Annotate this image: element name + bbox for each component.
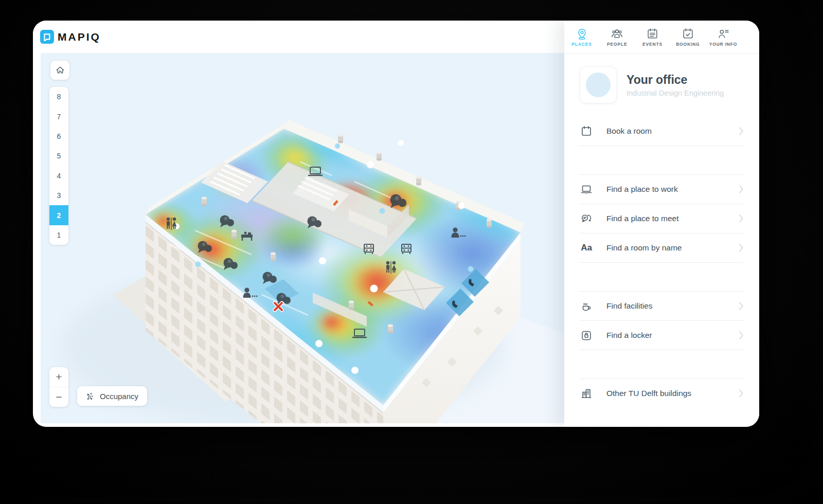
chat-bubbles-icon [580, 212, 593, 225]
menu-item-find-room-by-name[interactable]: Aa Find a room by name [580, 233, 744, 262]
menu-item-find-a-locker[interactable]: Find a locker [580, 321, 744, 350]
tab-your-info[interactable]: YOUR INFO [708, 27, 739, 47]
lock-icon [580, 329, 593, 341]
tab-booking[interactable]: BOOKING [672, 27, 703, 47]
menu-item-other-tu-delft-buildings[interactable]: Other TU Delft buildings [580, 379, 744, 408]
office-title: Your office [627, 73, 724, 87]
calendar-lines-icon [646, 27, 659, 40]
person-list-icon [717, 27, 730, 40]
menu-item-book-a-room[interactable]: Book a room [580, 117, 744, 146]
coffee-icon [580, 300, 593, 312]
tab-label: YOUR INFO [709, 42, 737, 47]
tab-people[interactable]: PEOPLE [602, 27, 633, 47]
nav-tabs: PLACES PEOPLE EVENTS [564, 21, 759, 53]
calendar-icon [580, 125, 593, 137]
laptop-icon [580, 183, 593, 195]
tab-label: PEOPLE [607, 42, 627, 47]
buildings-icon [580, 387, 593, 400]
chevron-right-icon [739, 302, 744, 310]
floor-button-4[interactable]: 4 [49, 166, 68, 186]
home-button[interactable] [50, 61, 69, 80]
floor-button-7[interactable]: 7 [49, 106, 68, 126]
app-window: MAPIQ [33, 21, 759, 427]
chevron-right-icon [739, 244, 744, 252]
your-office-card[interactable]: Your office Industrial Design Engineerin… [580, 66, 744, 103]
places-menu: Book a room Find a place to work [580, 117, 744, 408]
calendar-check-icon [682, 27, 694, 40]
brand-name: MAPIQ [58, 31, 101, 43]
menu-item-find-place-to-meet[interactable]: Find a place to meet [580, 204, 744, 233]
floor-button-1[interactable]: 1 [49, 225, 68, 245]
unavailable-x-marker [275, 303, 282, 310]
tab-label: EVENTS [642, 42, 663, 47]
people-icon [611, 27, 623, 40]
floor-button-2-selected[interactable]: 2 [49, 205, 68, 225]
tab-places[interactable]: PLACES [566, 27, 597, 47]
top-bar: MAPIQ [33, 21, 564, 53]
occupancy-dots-icon [86, 392, 95, 401]
mapiq-logo: MAPIQ [40, 30, 101, 44]
zoom-in-button[interactable]: + [49, 367, 68, 387]
map-zoom-control: + − [49, 367, 68, 407]
tab-events[interactable]: EVENTS [637, 27, 668, 47]
building-heatmap-illustration[interactable] [41, 53, 564, 423]
floor-button-5[interactable]: 5 [49, 146, 68, 166]
menu-label: Find a place to meet [606, 214, 678, 223]
floor-button-3[interactable]: 3 [49, 186, 68, 205]
menu-item-find-place-to-work[interactable]: Find a place to work [580, 175, 744, 204]
zoom-out-button[interactable]: − [49, 387, 68, 407]
chevron-right-icon [739, 214, 744, 223]
menu-label: Book a room [606, 127, 652, 136]
chevron-right-icon [739, 331, 744, 339]
chevron-right-icon [739, 127, 744, 135]
chevron-right-icon [739, 185, 744, 193]
menu-label: Find a locker [606, 331, 652, 340]
occupancy-toggle-button[interactable]: Occupancy [77, 386, 147, 406]
floor-button-6[interactable]: 6 [49, 127, 68, 146]
floor-selector: 8 7 6 5 4 3 2 1 [49, 87, 68, 245]
map-area: 8 7 6 5 4 3 2 1 + − Occupancy [41, 53, 564, 423]
home-icon [55, 65, 66, 76]
office-avatar [580, 66, 617, 103]
menu-label: Find a place to work [606, 185, 678, 194]
occupancy-label: Occupancy [100, 392, 138, 401]
map-pin-icon [576, 27, 588, 40]
tab-label: PLACES [571, 42, 592, 47]
menu-label: Other TU Delft buildings [606, 389, 691, 398]
tab-label: BOOKING [676, 42, 700, 47]
chevron-right-icon [739, 389, 744, 398]
side-panel: PLACES PEOPLE EVENTS [564, 21, 759, 427]
floor-button-8[interactable]: 8 [49, 87, 68, 106]
office-subtitle: Industrial Design Engineering [627, 89, 724, 97]
mapiq-logo-icon [40, 30, 54, 44]
menu-label: Find a room by name [606, 243, 682, 253]
menu-label: Find facilities [606, 301, 653, 311]
text-aa-icon: Aa [580, 243, 593, 253]
menu-item-find-facilities[interactable]: Find facilities [580, 292, 744, 320]
